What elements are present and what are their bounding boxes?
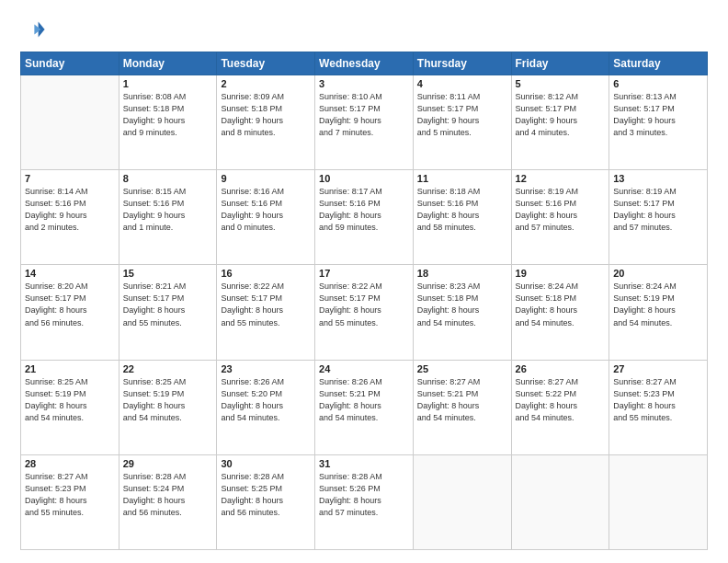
calendar-cell: 30Sunrise: 8:28 AM Sunset: 5:25 PM Dayli… [217, 454, 315, 549]
calendar-week-row: 21Sunrise: 8:25 AM Sunset: 5:19 PM Dayli… [21, 360, 708, 454]
day-number: 29 [123, 458, 213, 469]
day-info: Sunrise: 8:24 AM Sunset: 5:19 PM Dayligh… [613, 281, 703, 328]
calendar-day-header: Saturday [609, 52, 708, 75]
day-info: Sunrise: 8:09 AM Sunset: 5:18 PM Dayligh… [221, 91, 311, 139]
calendar-cell: 23Sunrise: 8:26 AM Sunset: 5:20 PM Dayli… [217, 360, 315, 454]
calendar-cell: 9Sunrise: 8:16 AM Sunset: 5:16 PM Daylig… [217, 170, 315, 265]
calendar-cell: 12Sunrise: 8:19 AM Sunset: 5:16 PM Dayli… [511, 170, 609, 265]
day-number: 13 [613, 173, 703, 184]
calendar-day-header: Sunday [21, 52, 119, 75]
calendar-cell: 8Sunrise: 8:15 AM Sunset: 5:16 PM Daylig… [119, 170, 217, 265]
calendar-header-row: SundayMondayTuesdayWednesdayThursdayFrid… [21, 52, 708, 75]
day-info: Sunrise: 8:18 AM Sunset: 5:16 PM Dayligh… [417, 186, 507, 234]
day-number: 19 [516, 268, 606, 279]
day-info: Sunrise: 8:26 AM Sunset: 5:21 PM Dayligh… [319, 376, 409, 424]
calendar-week-row: 1Sunrise: 8:08 AM Sunset: 5:18 PM Daylig… [21, 75, 708, 170]
day-number: 8 [123, 173, 213, 184]
calendar-cell: 22Sunrise: 8:25 AM Sunset: 5:19 PM Dayli… [119, 360, 217, 454]
day-number: 31 [319, 458, 409, 469]
calendar-cell: 7Sunrise: 8:14 AM Sunset: 5:16 PM Daylig… [21, 170, 119, 265]
day-number: 17 [319, 268, 409, 279]
calendar-cell: 4Sunrise: 8:11 AM Sunset: 5:17 PM Daylig… [413, 75, 511, 170]
calendar-cell: 27Sunrise: 8:27 AM Sunset: 5:23 PM Dayli… [609, 360, 708, 454]
calendar-cell [609, 454, 708, 549]
day-info: Sunrise: 8:20 AM Sunset: 5:17 PM Dayligh… [25, 281, 115, 328]
day-number: 15 [123, 268, 213, 279]
calendar-cell [21, 75, 119, 170]
day-info: Sunrise: 8:21 AM Sunset: 5:17 PM Dayligh… [123, 281, 213, 328]
calendar-cell: 13Sunrise: 8:19 AM Sunset: 5:17 PM Dayli… [609, 170, 708, 265]
calendar-cell: 10Sunrise: 8:17 AM Sunset: 5:16 PM Dayli… [315, 170, 414, 265]
day-number: 2 [221, 78, 311, 89]
calendar-cell: 3Sunrise: 8:10 AM Sunset: 5:17 PM Daylig… [315, 75, 414, 170]
calendar-cell: 20Sunrise: 8:24 AM Sunset: 5:19 PM Dayli… [609, 265, 708, 360]
day-info: Sunrise: 8:27 AM Sunset: 5:21 PM Dayligh… [417, 376, 507, 424]
calendar-cell: 6Sunrise: 8:13 AM Sunset: 5:17 PM Daylig… [609, 75, 708, 170]
header [20, 17, 708, 42]
calendar-cell: 28Sunrise: 8:27 AM Sunset: 5:23 PM Dayli… [21, 454, 119, 549]
day-number: 21 [25, 363, 115, 374]
day-info: Sunrise: 8:11 AM Sunset: 5:17 PM Dayligh… [417, 91, 507, 139]
day-number: 1 [123, 78, 213, 89]
day-number: 18 [417, 268, 507, 279]
calendar-cell: 26Sunrise: 8:27 AM Sunset: 5:22 PM Dayli… [511, 360, 609, 454]
day-number: 12 [516, 173, 606, 184]
day-number: 14 [25, 268, 115, 279]
logo-icon [20, 17, 46, 42]
day-number: 9 [221, 173, 311, 184]
calendar-cell: 5Sunrise: 8:12 AM Sunset: 5:17 PM Daylig… [511, 75, 609, 170]
day-info: Sunrise: 8:27 AM Sunset: 5:23 PM Dayligh… [25, 471, 115, 519]
day-number: 6 [613, 78, 703, 89]
calendar-cell: 2Sunrise: 8:09 AM Sunset: 5:18 PM Daylig… [217, 75, 315, 170]
calendar-week-row: 14Sunrise: 8:20 AM Sunset: 5:17 PM Dayli… [21, 265, 708, 360]
day-info: Sunrise: 8:26 AM Sunset: 5:20 PM Dayligh… [221, 376, 311, 424]
calendar-cell: 1Sunrise: 8:08 AM Sunset: 5:18 PM Daylig… [119, 75, 217, 170]
day-number: 22 [123, 363, 213, 374]
day-info: Sunrise: 8:10 AM Sunset: 5:17 PM Dayligh… [319, 91, 409, 139]
day-info: Sunrise: 8:19 AM Sunset: 5:17 PM Dayligh… [613, 186, 703, 234]
calendar-cell: 21Sunrise: 8:25 AM Sunset: 5:19 PM Dayli… [21, 360, 119, 454]
day-info: Sunrise: 8:19 AM Sunset: 5:16 PM Dayligh… [516, 186, 606, 234]
day-number: 24 [319, 363, 409, 374]
calendar-week-row: 7Sunrise: 8:14 AM Sunset: 5:16 PM Daylig… [21, 170, 708, 265]
day-info: Sunrise: 8:15 AM Sunset: 5:16 PM Dayligh… [123, 186, 213, 234]
day-number: 30 [221, 458, 311, 469]
calendar-week-row: 28Sunrise: 8:27 AM Sunset: 5:23 PM Dayli… [21, 454, 708, 549]
day-number: 10 [319, 173, 409, 184]
day-number: 4 [417, 78, 507, 89]
day-info: Sunrise: 8:14 AM Sunset: 5:16 PM Dayligh… [25, 186, 115, 234]
day-info: Sunrise: 8:28 AM Sunset: 5:26 PM Dayligh… [319, 471, 409, 519]
day-number: 5 [516, 78, 606, 89]
day-number: 28 [25, 458, 115, 469]
calendar-cell: 16Sunrise: 8:22 AM Sunset: 5:17 PM Dayli… [217, 265, 315, 360]
calendar-cell: 31Sunrise: 8:28 AM Sunset: 5:26 PM Dayli… [315, 454, 414, 549]
logo [20, 17, 50, 42]
calendar-cell: 17Sunrise: 8:22 AM Sunset: 5:17 PM Dayli… [315, 265, 414, 360]
day-number: 3 [319, 78, 409, 89]
calendar-cell: 15Sunrise: 8:21 AM Sunset: 5:17 PM Dayli… [119, 265, 217, 360]
calendar-cell: 25Sunrise: 8:27 AM Sunset: 5:21 PM Dayli… [413, 360, 511, 454]
day-info: Sunrise: 8:25 AM Sunset: 5:19 PM Dayligh… [123, 376, 213, 424]
calendar-day-header: Wednesday [315, 52, 414, 75]
day-info: Sunrise: 8:16 AM Sunset: 5:16 PM Dayligh… [221, 186, 311, 234]
day-number: 25 [417, 363, 507, 374]
day-info: Sunrise: 8:08 AM Sunset: 5:18 PM Dayligh… [123, 91, 213, 139]
day-info: Sunrise: 8:28 AM Sunset: 5:24 PM Dayligh… [123, 471, 213, 519]
day-info: Sunrise: 8:13 AM Sunset: 5:17 PM Dayligh… [613, 91, 703, 139]
calendar-cell: 18Sunrise: 8:23 AM Sunset: 5:18 PM Dayli… [413, 265, 511, 360]
calendar-cell: 19Sunrise: 8:24 AM Sunset: 5:18 PM Dayli… [511, 265, 609, 360]
calendar-day-header: Tuesday [217, 52, 315, 75]
calendar-cell: 24Sunrise: 8:26 AM Sunset: 5:21 PM Dayli… [315, 360, 414, 454]
day-number: 16 [221, 268, 311, 279]
day-number: 20 [613, 268, 703, 279]
day-info: Sunrise: 8:22 AM Sunset: 5:17 PM Dayligh… [319, 281, 409, 328]
page: SundayMondayTuesdayWednesdayThursdayFrid… [0, 0, 728, 563]
calendar-cell: 11Sunrise: 8:18 AM Sunset: 5:16 PM Dayli… [413, 170, 511, 265]
calendar-cell: 29Sunrise: 8:28 AM Sunset: 5:24 PM Dayli… [119, 454, 217, 549]
calendar-table: SundayMondayTuesdayWednesdayThursdayFrid… [20, 52, 708, 550]
day-info: Sunrise: 8:17 AM Sunset: 5:16 PM Dayligh… [319, 186, 409, 234]
day-info: Sunrise: 8:27 AM Sunset: 5:22 PM Dayligh… [516, 376, 606, 424]
day-info: Sunrise: 8:24 AM Sunset: 5:18 PM Dayligh… [516, 281, 606, 328]
calendar-cell: 14Sunrise: 8:20 AM Sunset: 5:17 PM Dayli… [21, 265, 119, 360]
day-info: Sunrise: 8:12 AM Sunset: 5:17 PM Dayligh… [516, 91, 606, 139]
